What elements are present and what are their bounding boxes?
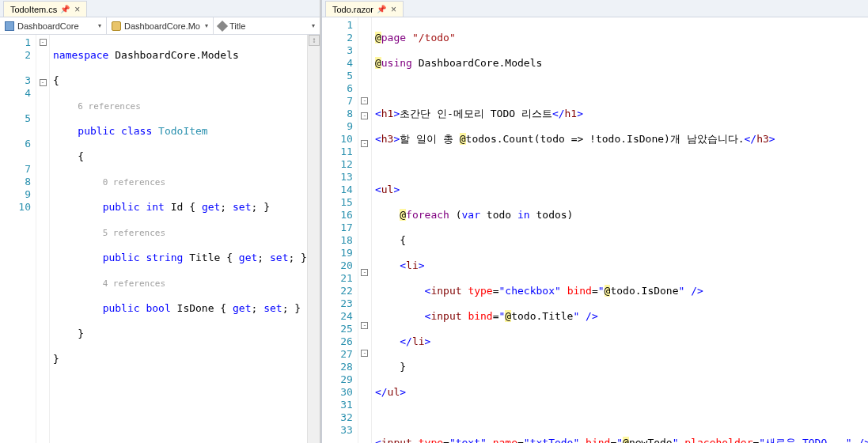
chevron-down-icon: ▾ — [205, 22, 208, 29]
fold-column[interactable]: -- - - - - — [358, 17, 372, 443]
nav-namespace[interactable]: DashboardCore ▾ — [0, 17, 107, 34]
line-gutter: 1234567891011121314151617181920212223242… — [322, 17, 358, 443]
property-icon — [217, 20, 228, 31]
right-editor-pane: Todo.razor 📌 × 1234567891011121314151617… — [322, 0, 868, 443]
nav-class[interactable]: DashboardCore.Mo ▾ — [107, 17, 214, 34]
chevron-down-icon: ▾ — [98, 22, 101, 29]
tab-todorazor[interactable]: Todo.razor 📌 × — [325, 1, 404, 17]
tab-todoitem[interactable]: TodoItem.cs 📌 × — [3, 1, 87, 17]
pin-icon[interactable]: 📌 — [60, 5, 70, 13]
left-editor-pane: TodoItem.cs 📌 × DashboardCore ▾ Dashboar… — [0, 0, 320, 443]
code-area-left[interactable]: 12 34 5 6 78910 - - namespace DashboardC… — [0, 35, 320, 443]
line-gutter: 12 34 5 6 78910 — [0, 35, 36, 443]
pin-icon[interactable]: 📌 — [377, 5, 386, 13]
tab-label: Todo.razor — [332, 5, 373, 14]
fold-column[interactable]: - - — [36, 35, 50, 443]
namespace-icon — [5, 21, 14, 31]
tab-strip-left: TodoItem.cs 📌 × — [0, 0, 320, 17]
close-icon[interactable]: × — [74, 4, 80, 15]
code-text[interactable]: namespace DashboardCore.Models { 6 refer… — [50, 35, 307, 443]
chevron-down-icon: ▾ — [312, 22, 315, 29]
nav-bar: DashboardCore ▾ DashboardCore.Mo ▾ Title… — [0, 17, 320, 35]
code-area-right[interactable]: 1234567891011121314151617181920212223242… — [322, 17, 868, 443]
nav-member[interactable]: Title ▾ — [214, 17, 320, 34]
close-icon[interactable]: × — [391, 4, 396, 15]
split-view-button[interactable]: ↕ — [309, 35, 320, 46]
code-text[interactable]: @page "/todo" @using DashboardCore.Model… — [372, 17, 868, 443]
class-icon — [112, 21, 121, 31]
tab-label: TodoItem.cs — [10, 5, 57, 14]
tab-strip-right: Todo.razor 📌 × — [322, 0, 868, 17]
vertical-scrollbar[interactable] — [307, 35, 320, 443]
